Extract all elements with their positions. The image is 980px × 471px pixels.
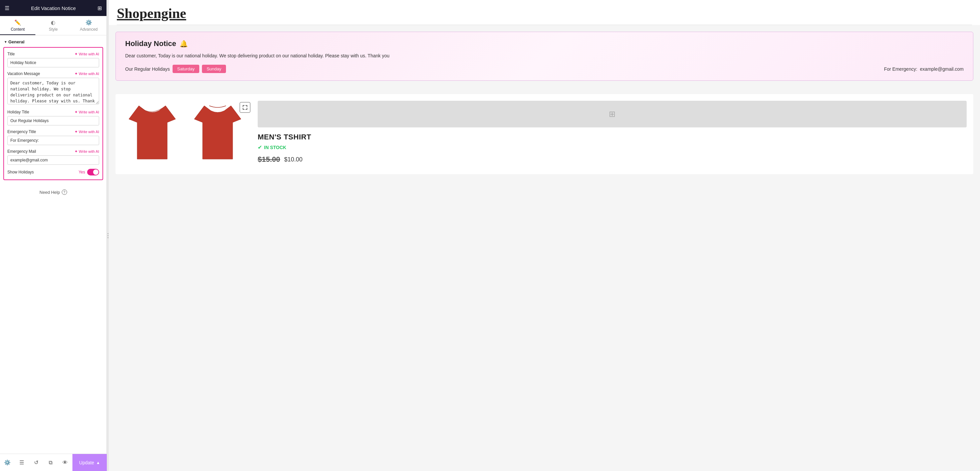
- vacation-message-field-row: Vacation Message ✦ Write with AI Dear cu…: [7, 71, 99, 106]
- title-field-row: Title ✦ Write with AI: [7, 52, 99, 67]
- history-footer-icon[interactable]: ↺: [29, 454, 43, 471]
- stock-row: ✔ IN STOCK: [258, 144, 967, 151]
- tshirt-image-2: [188, 101, 248, 167]
- update-button[interactable]: Update ▲: [72, 454, 107, 471]
- in-stock-text: IN STOCK: [264, 145, 286, 150]
- need-help[interactable]: Need Help ?: [0, 184, 107, 200]
- title-label-row: Title ✦ Write with AI: [7, 52, 99, 56]
- panel-divider[interactable]: [107, 0, 109, 471]
- store-divider: [117, 25, 972, 25]
- title-field-label: Title: [7, 52, 15, 56]
- settings-footer-icon[interactable]: ⚙️: [0, 454, 14, 471]
- divider-dots: [108, 233, 108, 238]
- placeholder-icon: ⊞: [609, 109, 616, 119]
- need-help-text: Need Help: [40, 190, 60, 195]
- emergency-title-input[interactable]: [7, 136, 99, 145]
- holidays-label: Our Regular Holidays: [125, 67, 170, 72]
- hamburger-icon[interactable]: ☰: [5, 5, 10, 11]
- tab-advanced-label: Advanced: [80, 27, 97, 32]
- duplicate-footer-icon[interactable]: ⧉: [43, 454, 58, 471]
- style-tab-icon: ◐: [51, 19, 56, 26]
- product-placeholder-image: ⊞: [258, 101, 967, 127]
- emergency-label: For Emergency:: [884, 67, 917, 72]
- tabs-row: ✏️ Content ◐ Style ⚙️ Advanced: [0, 16, 107, 35]
- ai-icon-title: ✦: [75, 52, 78, 56]
- emergency-mail-write-ai-button[interactable]: ✦ Write with AI: [75, 149, 99, 154]
- holiday-title-field-row: Holiday Title ✦ Write with AI: [7, 110, 99, 125]
- holiday-title-input[interactable]: [7, 116, 99, 125]
- holiday-title-label-row: Holiday Title ✦ Write with AI: [7, 110, 99, 114]
- tab-advanced[interactable]: ⚙️ Advanced: [71, 16, 107, 35]
- general-section-header: ▾ General: [0, 35, 107, 47]
- content-tab-icon: ✏️: [14, 19, 21, 26]
- title-write-ai-button[interactable]: ✦ Write with AI: [75, 52, 99, 56]
- expand-button[interactable]: [240, 102, 250, 113]
- emergency-title-field-row: Emergency Title ✦ Write with AI: [7, 129, 99, 145]
- ai-icon-holiday-title: ✦: [75, 110, 78, 114]
- vacation-message-label-row: Vacation Message ✦ Write with AI: [7, 71, 99, 76]
- panel-body: ▾ General Title ✦ Write with AI Vacatio: [0, 35, 107, 471]
- tab-content[interactable]: ✏️ Content: [0, 16, 35, 35]
- panel-footer: ⚙️ ☰ ↺ ⧉ 👁 Update ▲: [0, 454, 107, 471]
- saturday-badge: Saturday: [173, 65, 199, 73]
- notice-message: Dear customer, Today is our national hol…: [125, 52, 964, 59]
- notice-bottom-row: Our Regular Holidays Saturday Sunday For…: [125, 65, 964, 73]
- ai-icon-emergency-mail: ✦: [75, 149, 78, 154]
- layers-footer-icon[interactable]: ☰: [14, 454, 29, 471]
- emergency-mail-label-row: Emergency Mail ✦ Write with AI: [7, 149, 99, 154]
- vacation-message-write-ai-button[interactable]: ✦ Write with AI: [75, 71, 99, 76]
- emergency-title-field-label: Emergency Title: [7, 129, 36, 134]
- store-title: Shopengine: [117, 5, 972, 25]
- tab-content-label: Content: [11, 27, 25, 32]
- show-holidays-row: Show Holidays Yes: [7, 169, 99, 176]
- product-name: MEN'S TSHIRT: [258, 133, 967, 141]
- panel-header: ☰ Edit Vacation Notice ⊞: [0, 0, 107, 16]
- product-images: [122, 101, 248, 167]
- sale-price: $10.00: [284, 156, 302, 163]
- right-panel: Shopengine Holiday Notice 🔔 Dear custome…: [109, 0, 980, 471]
- advanced-tab-icon: ⚙️: [86, 19, 92, 26]
- eye-footer-icon[interactable]: 👁: [58, 454, 72, 471]
- emergency-title-write-ai-button[interactable]: ✦ Write with AI: [75, 129, 99, 134]
- emergency-row: For Emergency: example@gmail.com: [884, 67, 964, 72]
- form-section: Title ✦ Write with AI Vacation Message ✦…: [3, 47, 103, 180]
- vacation-message-textarea[interactable]: Dear customer, Today is our national hol…: [7, 78, 99, 105]
- original-price: $15.00: [258, 155, 280, 164]
- emergency-email: example@gmail.com: [920, 67, 964, 72]
- toggle-wrapper: Yes: [78, 169, 99, 176]
- store-header: Shopengine: [109, 0, 980, 25]
- holiday-title-field-label: Holiday Title: [7, 110, 29, 114]
- product-section: ⊞ MEN'S TSHIRT ✔ IN STOCK $15.00 $10.00: [116, 94, 973, 174]
- left-panel: ☰ Edit Vacation Notice ⊞ ✏️ Content ◐ St…: [0, 0, 107, 471]
- title-input[interactable]: [7, 58, 99, 67]
- grid-icon[interactable]: ⊞: [97, 5, 102, 11]
- toggle-yes-label: Yes: [78, 170, 85, 174]
- tshirt-svg-2: [191, 102, 244, 166]
- tab-style[interactable]: ◐ Style: [35, 16, 71, 35]
- holiday-title-write-ai-button[interactable]: ✦ Write with AI: [75, 110, 99, 114]
- ai-icon-emergency-title: ✦: [75, 129, 78, 134]
- sunday-badge: Sunday: [202, 65, 226, 73]
- notice-bell-icon: 🔔: [180, 40, 188, 48]
- show-holidays-toggle[interactable]: [87, 169, 99, 176]
- ai-icon-vacation: ✦: [75, 71, 78, 76]
- notice-title: Holiday Notice: [125, 40, 176, 48]
- show-holidays-label: Show Holidays: [7, 170, 34, 174]
- emergency-mail-input[interactable]: [7, 155, 99, 165]
- update-label: Update: [79, 460, 94, 465]
- emergency-title-label-row: Emergency Title ✦ Write with AI: [7, 129, 99, 134]
- update-chevron-icon: ▲: [96, 460, 100, 465]
- general-section-label: General: [8, 40, 24, 44]
- tshirt-image-1: [122, 101, 182, 167]
- price-row: $15.00 $10.00: [258, 155, 967, 164]
- panel-title: Edit Vacation Notice: [31, 5, 76, 11]
- section-toggle-icon[interactable]: ▾: [5, 40, 6, 44]
- help-icon: ?: [62, 189, 67, 195]
- in-stock-icon: ✔: [258, 144, 262, 151]
- tab-style-label: Style: [49, 27, 58, 32]
- expand-icon: [243, 105, 247, 110]
- holidays-row: Our Regular Holidays Saturday Sunday: [125, 65, 226, 73]
- product-details: ⊞ MEN'S TSHIRT ✔ IN STOCK $15.00 $10.00: [255, 101, 967, 164]
- vacation-message-field-label: Vacation Message: [7, 71, 40, 76]
- tshirt-svg-1: [126, 102, 179, 166]
